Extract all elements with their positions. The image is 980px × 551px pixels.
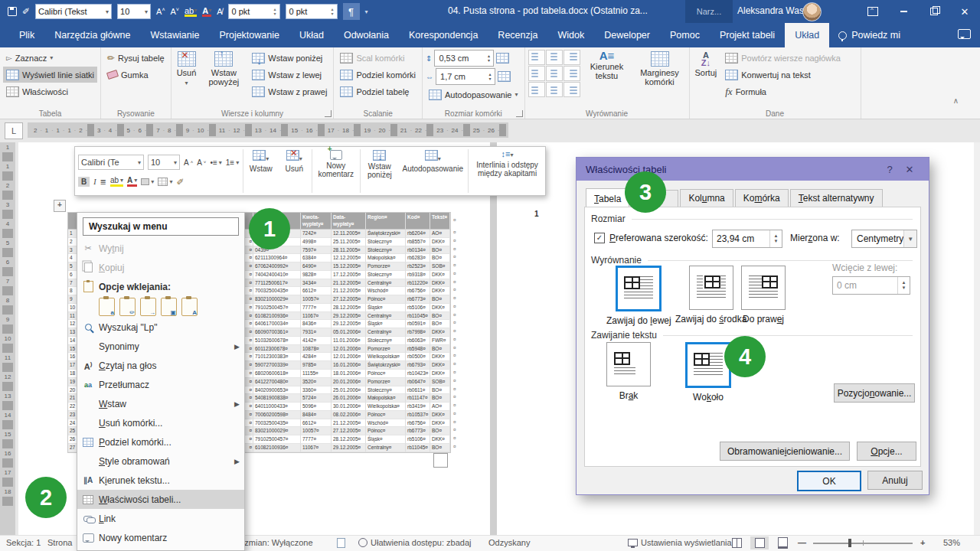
table-cell[interactable]: SOB¤ [430,262,450,271]
scrollbar-track[interactable] [974,142,980,536]
table-cell[interactable]: Pomorze¤ [366,345,406,354]
ribbon-tab-narzędzia-główne[interactable]: Narzędzia główne [44,23,140,47]
table-cell[interactable]: 6612¤ [301,419,332,428]
ribbon-tab-projekt-tabeli[interactable]: Projekt tabeli [710,23,785,47]
ruler-row-marker[interactable] [2,420,13,429]
align-center-right-button[interactable] [564,66,580,81]
dialog-tab-tekst-alternatywny[interactable]: Tekst alternatywny [790,189,883,207]
table-cell[interactable]: BO¤ [430,444,450,452]
table-cell[interactable]: rb11147¤ [406,394,430,403]
table-cell[interactable]: 54081900838¤ [253,394,301,403]
table-cell[interactable]: 64122700480¤ [253,378,301,386]
align-center-button[interactable] [546,66,563,81]
table-cell[interactable]: BO¤ [430,312,450,321]
close-button[interactable]: ✕ [949,0,980,23]
table-cell[interactable]: 67062400992¤ [253,262,301,271]
zoom-out-button[interactable]: — [798,538,806,547]
ruler-row-marker[interactable] [2,363,13,372]
table-cell[interactable]: 21.12.2005¤ [332,419,366,428]
table-cell[interactable]: BO¤ [430,345,450,354]
ribbon-tab-projektowanie[interactable]: Projektowanie [209,23,289,47]
table-cell[interactable]: 61082100936¤ [253,312,301,321]
table-cell[interactable]: 70060200598¤ [253,411,301,419]
table-cell[interactable]: rb6204¤ [406,230,430,238]
ribbon-tab-pomoc[interactable]: Pomoc [660,23,710,47]
table-cell[interactable]: 79102500457¤ [253,304,301,312]
qat-customize-icon[interactable]: ▾ [365,8,368,15]
highlight-button[interactable]: ab▾ [185,7,197,17]
properties-button[interactable]: Właściwości [3,83,97,99]
draw-table-button[interactable]: ✏ Rysuj tabelę [104,50,168,66]
table-cell[interactable]: rb6773¤ [406,427,430,435]
row-height-spinner[interactable]: 0,53 cm ▴▾ [434,50,494,67]
table-cell[interactable]: 12.12.2005¤ [332,254,366,262]
table-cell[interactable]: 8484¤ [301,411,332,419]
table-cell[interactable]: rb0591¤ [406,320,430,328]
notebook-icon[interactable] [337,538,345,548]
menu-item-czytaj-na-głos[interactable]: ACzytaj na głos [77,356,244,375]
table-cell[interactable]: rb11045¤ [406,312,430,321]
menu-item-usuń-komórki[interactable]: Usuń komórki... [77,413,244,432]
menu-item-opcje-wklejania[interactable]: Opcje wklejania: [77,277,244,296]
align-bottom-center-button[interactable] [546,82,563,97]
mini-highlight-button[interactable]: ab▾ [110,177,123,187]
ruler-row-marker[interactable] [2,344,13,353]
delete-button[interactable]: ✕ Usuń▾ [175,50,199,107]
table-cell[interactable]: BO¤ [430,320,450,328]
table-cell[interactable]: 4284¤ [301,353,332,361]
ruler-row-marker[interactable] [2,305,13,315]
table-cell[interactable]: 10878¤ [301,345,332,354]
table-cell[interactable]: AO¤ [430,230,450,238]
table-cell[interactable]: 20.01.2006¤ [332,378,366,386]
option-box[interactable] [606,342,651,386]
paste-picture-icon[interactable]: ▣ [161,298,177,316]
ruler-row-marker[interactable] [2,401,13,410]
paste-text-only-icon[interactable]: A [181,298,198,316]
table-cell[interactable]: Pomorze¤ [366,378,406,386]
table-cell[interactable]: 11067¤ [301,444,332,452]
dialog-tab-komórka[interactable]: Komórka [735,189,789,207]
distribute-rows-icon[interactable] [496,53,509,64]
table-cell[interactable]: 3520¤ [301,378,332,386]
formula-button[interactable]: fx Formuła [722,83,844,99]
table-cell[interactable]: Wschód¤ [366,419,406,428]
table-cell[interactable]: BO¤ [430,246,450,255]
spinner-arrows-icon[interactable]: ▲▼ [769,230,782,247]
preferred-width-spinner[interactable]: 23,94 cm ▲▼ [712,230,782,248]
table-cell[interactable]: 28.12.2005¤ [332,435,366,444]
table-cell[interactable]: rb8557¤ [406,238,430,246]
table-cell[interactable]: rb0647¤ [406,378,430,386]
menu-item-synonimy[interactable]: Synonimy▶ [77,337,244,356]
dialog-tab-kolumna[interactable]: Kolumna [680,189,733,207]
vertical-ruler[interactable]: 1123456789101112131415161718 [0,142,15,536]
table-cell[interactable]: 30.01.2006¤ [332,403,366,411]
ruler-row-marker[interactable] [2,229,13,238]
table-cell[interactable]: 5096¤ [301,403,332,411]
mini-shrink-font-button[interactable]: A˅ [197,158,206,167]
show-paragraph-marks-button[interactable]: ¶ [343,3,360,20]
table-cell[interactable]: 64061700034¤ [253,320,301,328]
ruler-column-marker[interactable] [426,124,433,136]
table-cell[interactable]: 12.11.2005¤ [332,230,366,238]
mini-line-spacing-button[interactable]: ↕≡▾ Interlinia i odstępy między akapitam… [469,147,545,195]
table-cell[interactable]: rb7998¤ [406,328,430,337]
table-cell[interactable]: 25.01.2006¤ [332,386,366,395]
table-cell[interactable]: Centralny¤ [366,444,406,452]
spinner-arrows-icon[interactable]: ▴▾ [484,54,493,63]
ribbon-tab-odwołania[interactable]: Odwołania [334,23,399,47]
menu-item-link[interactable]: Link [77,509,244,528]
menu-item-wyszukaj-lp[interactable]: Wyszukaj "Lp" [77,318,244,337]
spacing-before-spinner[interactable]: 0 pkt ▴▾ [228,4,280,19]
table-cell[interactable]: 15.12.2005¤ [332,262,366,271]
align-option-left[interactable]: Zawijaj do lewej [606,266,671,326]
ribbon-tab-widok[interactable]: Widok [547,23,594,47]
table-cell[interactable]: Świętokrzyski¤ [366,361,406,370]
cell-margins-button[interactable]: Marginesy komórki [634,50,686,107]
insert-below-button[interactable]: ↓ Wstaw poniżej [249,50,330,66]
mini-autofit-button[interactable]: ▾ Autodopasowanie [398,147,467,195]
table-cell[interactable]: AO¤ [430,403,450,411]
table-cell[interactable]: 74042400410¤ [253,271,301,279]
format-painter-icon[interactable]: ✐ [22,6,30,17]
table-cell[interactable]: Wielkopolska¤ [366,403,406,411]
ruler-row-marker[interactable] [2,324,13,334]
